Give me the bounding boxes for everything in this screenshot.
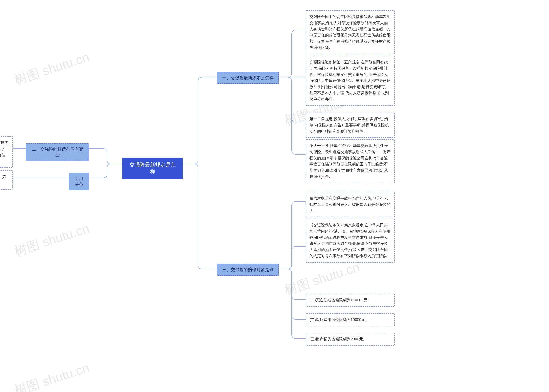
leaf-node-4-1[interactable]: [1]《机动车交通事故责任强制保险条例》 第八条 [0, 170, 13, 190]
leaf-node-1-1[interactable]: 交强险合同中的责任限额是指被保险机动车发生交通事故,保险人对每次保险事故所有受害… [306, 10, 395, 54]
connector-lines [0, 0, 549, 392]
leaf-node-1-3[interactable]: 第十二条规定 投保人投保时,应当如实填写投保单,向保险人如实告知重要事项,并提供… [306, 112, 395, 138]
root-node[interactable]: 交强险最新规定是怎样 [122, 158, 183, 179]
leaf-node-1-4[interactable]: 第四十三条 挂车不投保机动车交通事故责任强制保险。发生道路交通事故造成人身伤亡、… [306, 139, 395, 183]
branch-node-2[interactable]: 二、交强险的赔偿范围有哪些 [26, 143, 89, 161]
branch-node-1[interactable]: 一、交强险最新规定是怎样 [217, 72, 279, 84]
leaf-node-3-1[interactable]: 赔偿对象是在交通事故中伤亡的人员,但是不包括本车人员和被保险人。被保险人就是买保… [306, 192, 395, 217]
leaf-node-3-5[interactable]: (三)财产损失赔偿限额为2000元。 [306, 333, 395, 346]
leaf-node-3-2[interactable]: 《交强险保险条例》第八条规定,在中华人民共和国境内(不含港、澳、台地区),被保险… [306, 219, 395, 263]
leaf-node-3-4[interactable]: (二)医疗费用赔偿限额为10000元; [306, 313, 395, 326]
mindmap-canvas: 交强险最新规定是怎样 一、交强险最新规定是怎样 交强险合同中的责任限额是指被保险… [0, 0, 549, 392]
leaf-node-1-2[interactable]: 交强险保险条款第十五条规定 在保险合同有效期内,保险人将按照保单年度重新核定保险… [306, 56, 395, 106]
leaf-node-3-3[interactable]: (一)死亡伤残赔偿限额为110000元; [306, 294, 395, 307]
branch-node-3[interactable]: 三、交强险的赔偿对象是谁 [217, 264, 279, 276]
leaf-node-2-1[interactable]: 每次保险事故所有受害人的医疗费用所承担的最高赔偿金额。医疗费用包括医药费、诊疗费… [0, 136, 13, 168]
branch-node-4[interactable]: 引用法条 [69, 173, 89, 190]
